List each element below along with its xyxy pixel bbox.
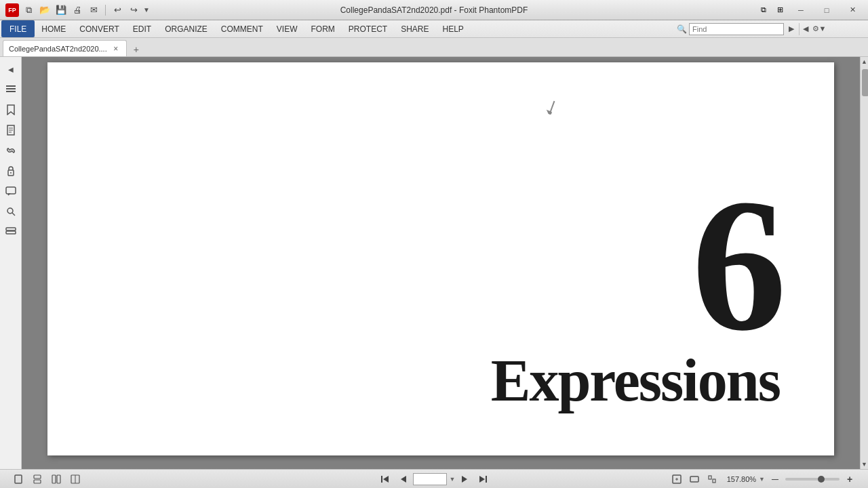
zoom-in-button[interactable]: + [842, 472, 857, 486]
new-tab-button[interactable]: + [130, 43, 143, 56]
pdf-page-content: 6 Expressions [47, 62, 834, 455]
email-btn[interactable]: ✉ [87, 4, 100, 16]
page-number-input[interactable]: 49 [413, 473, 447, 485]
svg-rect-2 [6, 91, 16, 92]
search-prev-button[interactable]: ◀ [799, 23, 811, 35]
new-window-btn[interactable]: ⧉ [22, 4, 35, 16]
zoom-slider-thumb[interactable] [818, 476, 825, 483]
page-navigation: 49 ▼ [378, 472, 491, 486]
search-settings-button[interactable]: ⚙▼ [812, 23, 826, 35]
view-single-page-btn[interactable] [11, 472, 26, 486]
main-area: ◀ [0, 57, 868, 469]
window-title: CollegePandaSAT2nd2020.pdf - Foxit Phant… [340, 5, 528, 15]
search-panel-btn[interactable] [1, 202, 20, 221]
tab-close-button[interactable]: × [111, 44, 121, 54]
expand-icon: ⊞ [774, 5, 785, 16]
first-page-button[interactable] [378, 472, 393, 486]
chapter-title: Expressions [491, 346, 780, 415]
menu-share[interactable]: SHARE [394, 20, 435, 37]
svg-marker-26 [462, 476, 467, 483]
security-panel-btn[interactable] [1, 161, 20, 180]
menu-view[interactable]: VIEW [270, 20, 304, 37]
redo-btn[interactable]: ↪ [127, 4, 140, 16]
menu-edit[interactable]: EDIT [126, 20, 158, 37]
scroll-thumb[interactable] [862, 69, 868, 96]
svg-marker-24 [383, 476, 389, 483]
svg-rect-12 [6, 228, 16, 230]
pdf-page: 6 Expressions [47, 62, 834, 455]
zoom-out-button[interactable]: ─ [768, 472, 783, 486]
comments-panel-btn[interactable] [1, 182, 20, 201]
scroll-down-arrow[interactable]: ▼ [861, 460, 868, 469]
svg-rect-18 [34, 480, 41, 483]
menu-help[interactable]: HELP [436, 20, 471, 37]
scroll-track[interactable] [861, 66, 868, 460]
sidebar-panels-btn[interactable] [1, 80, 20, 99]
fit-width-button[interactable] [687, 472, 702, 486]
title-bar: FP ⧉ 📂 💾 🖨 ✉ ↩ ↪ ▼ CollegePandaSAT2nd202… [0, 0, 868, 20]
menu-comment[interactable]: COMMENT [214, 20, 270, 37]
svg-line-11 [12, 213, 15, 216]
zoom-level: 157.80% [722, 475, 756, 483]
menu-form[interactable]: FORM [304, 20, 341, 37]
svg-rect-1 [6, 88, 16, 89]
zoom-dropdown-arrow[interactable]: ▼ [759, 476, 765, 483]
menu-bar: FILE HOME CONVERT EDIT ORGANIZE COMMENT … [0, 20, 868, 38]
status-right-section: 157.80% ▼ ─ + [669, 472, 857, 486]
menu-file[interactable]: FILE [1, 20, 35, 37]
svg-rect-33 [709, 476, 711, 479]
vertical-scrollbar[interactable]: ▲ ▼ [860, 57, 868, 469]
svg-rect-20 [57, 475, 60, 483]
print-btn[interactable]: 🖨 [71, 4, 84, 16]
bookmark-panel-btn[interactable] [1, 100, 20, 119]
page-dropdown-arrow[interactable]: ▼ [450, 476, 456, 483]
svg-rect-0 [6, 85, 16, 87]
minimize-button[interactable]: ─ [791, 3, 811, 17]
view-split-btn[interactable] [68, 472, 83, 486]
save-btn[interactable]: 💾 [54, 4, 68, 16]
titlebar-left: FP ⧉ 📂 💾 🖨 ✉ ↩ ↪ ▼ [5, 3, 150, 17]
app-logo: FP [5, 3, 19, 17]
undo-btn[interactable]: ↩ [111, 4, 124, 16]
menu-convert[interactable]: CONVERT [73, 20, 125, 37]
svg-line-15 [547, 101, 558, 112]
status-bar: 49 ▼ 157.80% ▼ ─ + [0, 469, 868, 488]
last-page-button[interactable] [475, 472, 490, 486]
zoom-slider[interactable] [785, 478, 840, 481]
svg-rect-17 [34, 475, 41, 479]
scroll-up-arrow[interactable]: ▲ [861, 57, 868, 66]
prev-page-button[interactable] [395, 472, 410, 486]
layers-panel-btn[interactable] [1, 222, 20, 241]
links-panel-btn[interactable] [1, 141, 20, 160]
open-btn[interactable]: 📂 [38, 4, 52, 16]
document-tab[interactable]: CollegePandaSAT2nd2020.... × [3, 40, 127, 56]
svg-rect-34 [713, 479, 715, 483]
view-two-page-btn[interactable] [49, 472, 64, 486]
menu-organize[interactable]: ORGANIZE [158, 20, 214, 37]
fit-page-button[interactable] [669, 472, 684, 486]
close-button[interactable]: ✕ [842, 3, 863, 17]
maximize-button[interactable]: □ [816, 3, 837, 17]
svg-rect-16 [15, 475, 22, 483]
next-page-button[interactable] [458, 472, 473, 486]
svg-rect-13 [6, 231, 16, 234]
sidebar-toggle[interactable]: ◀ [1, 60, 20, 79]
search-input[interactable] [689, 23, 784, 35]
menu-protect[interactable]: PROTECT [342, 20, 394, 37]
chapter-number: 6 [692, 170, 787, 360]
zoom-controls: 157.80% ▼ ─ + [669, 472, 857, 486]
left-sidebar: ◀ [0, 57, 22, 469]
svg-point-8 [10, 172, 12, 174]
menu-home[interactable]: HOME [35, 20, 73, 37]
view-continuous-btn[interactable] [30, 472, 45, 486]
rotate-view-btn[interactable] [705, 472, 719, 486]
svg-point-10 [7, 208, 13, 214]
quick-access-dropdown[interactable]: ▼ [143, 6, 150, 14]
search-icon: 🔍 [675, 23, 688, 35]
search-go-button[interactable]: ▶ [785, 23, 797, 35]
svg-rect-19 [52, 475, 56, 483]
tile-icon: ⧉ [758, 5, 769, 16]
pencil-cursor-indicator [545, 98, 561, 117]
svg-rect-9 [6, 187, 16, 194]
pages-panel-btn[interactable] [1, 121, 20, 140]
